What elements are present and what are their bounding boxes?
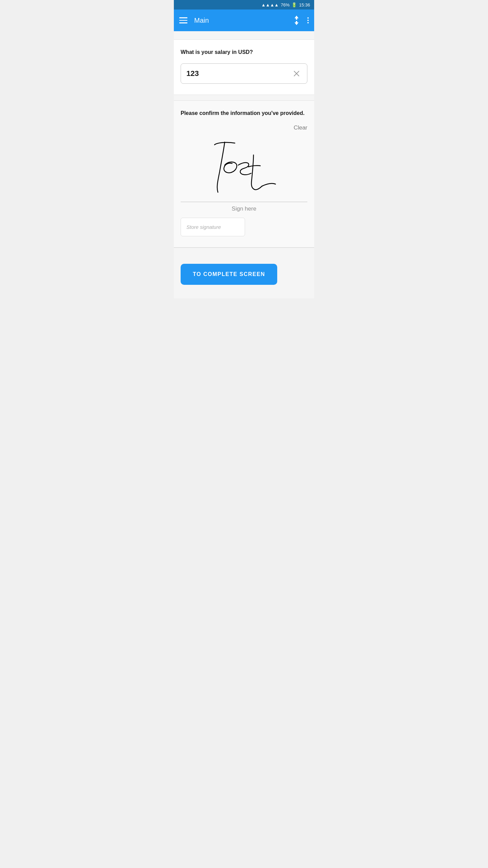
salary-input[interactable] — [186, 69, 291, 78]
time-text: 15:36 — [299, 2, 310, 7]
salary-clear-button[interactable] — [291, 68, 302, 79]
sign-here-text: Sign here — [232, 205, 257, 212]
top-spacer — [174, 31, 314, 39]
app-bar-title: Main — [194, 17, 209, 24]
more-options-icon[interactable] — [307, 17, 309, 23]
store-signature-field[interactable]: Store signature — [181, 218, 245, 236]
signal-icon: ▲▲▲▲ — [261, 2, 279, 7]
battery-icon: 🔋 — [291, 2, 297, 7]
salary-label: What is your salary in USD? — [181, 49, 307, 55]
salary-section: What is your salary in USD? — [174, 39, 314, 95]
svg-marker-0 — [294, 16, 299, 20]
page-content: What is your salary in USD? Please confi… — [174, 31, 314, 298]
app-bar-left: Main — [179, 17, 209, 24]
signature-clear-button[interactable]: Clear — [293, 124, 307, 131]
app-bar: Main — [174, 9, 314, 31]
svg-marker-1 — [294, 21, 299, 25]
confirm-label: Please confirm the information you've pr… — [181, 110, 307, 116]
app-bar-right — [291, 15, 309, 26]
signature-area[interactable]: Clear — [181, 124, 307, 236]
signature-section: Please confirm the information you've pr… — [174, 100, 314, 248]
bottom-divider — [174, 248, 314, 254]
salary-input-wrapper — [181, 63, 307, 84]
button-area: TO COMPLETE SCREEN — [174, 254, 314, 298]
sign-line: Sign here — [181, 202, 307, 212]
status-bar: ▲▲▲▲ 76% 🔋 15:36 — [174, 0, 314, 9]
signature-canvas[interactable] — [181, 124, 307, 199]
transfer-icon[interactable] — [291, 15, 302, 26]
complete-screen-button[interactable]: TO COMPLETE SCREEN — [181, 264, 277, 285]
battery-text: 76% — [281, 2, 289, 7]
hamburger-menu-icon[interactable] — [179, 17, 187, 23]
store-signature-placeholder: Store signature — [186, 224, 221, 230]
section-divider — [174, 95, 314, 100]
